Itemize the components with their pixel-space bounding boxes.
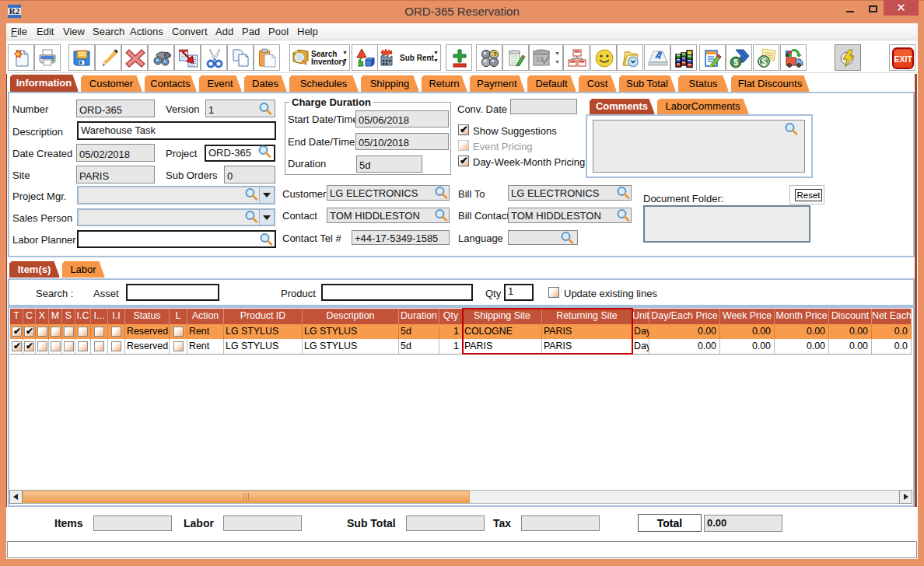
svg-text:$: $ — [761, 57, 767, 68]
svg-text:$: $ — [733, 58, 738, 67]
svg-text:?: ? — [493, 51, 497, 58]
svg-text:EXIT: EXIT — [894, 54, 913, 64]
